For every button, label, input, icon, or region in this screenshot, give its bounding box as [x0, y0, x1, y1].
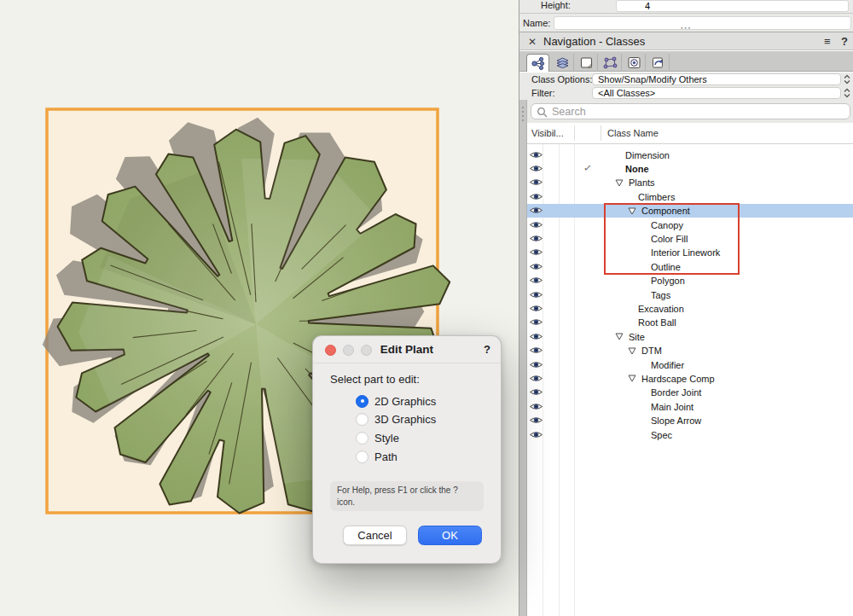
height-field[interactable] [616, 0, 849, 12]
tab-sheet-layers[interactable] [575, 54, 598, 72]
drawing-canvas[interactable]: Edit Plant ? Select part to edit: 2D Gra… [0, 0, 519, 616]
class-row-spec[interactable]: Spec [527, 427, 853, 441]
references-icon [651, 55, 665, 70]
visibility-eye-icon[interactable] [529, 220, 543, 230]
visibility-eye-icon[interactable] [529, 206, 543, 215]
palette-menu-icon[interactable]: ≡ [824, 35, 831, 48]
visibility-eye-icon[interactable] [529, 416, 543, 425]
disclosure-triangle-icon[interactable] [628, 347, 636, 355]
class-name-label: Border Joint [651, 387, 701, 398]
column-divider[interactable] [601, 125, 601, 141]
class-row-color-fill[interactable]: Color Fill [527, 231, 853, 245]
cancel-button[interactable]: Cancel [343, 526, 407, 545]
filter-label: Filter: [531, 88, 555, 98]
application-window: Edit Plant ? Select part to edit: 2D Gra… [0, 0, 853, 616]
visibility-eye-icon[interactable] [529, 164, 543, 173]
visibility-eye-icon[interactable] [529, 290, 543, 299]
visibility-eye-icon[interactable] [529, 304, 543, 313]
class-row-hardscape-comp[interactable]: Hardscape Comp [527, 371, 853, 385]
radio-unselected-icon[interactable] [356, 413, 368, 426]
class-row-dtm[interactable]: DTM [527, 344, 853, 357]
column-visibility[interactable]: Visibil... [531, 128, 564, 138]
radio-option-2d-graphics[interactable]: 2D Graphics [356, 394, 436, 408]
class-row-none[interactable]: ✓None [527, 161, 853, 175]
visibility-eye-icon[interactable] [529, 234, 543, 243]
visibility-eye-icon[interactable] [529, 346, 543, 355]
class-name-label: Component [641, 206, 690, 216]
visibility-eye-icon[interactable] [529, 374, 543, 383]
visibility-eye-icon[interactable] [529, 192, 543, 201]
tab-references[interactable] [647, 54, 670, 72]
visibility-eye-icon[interactable] [529, 402, 543, 411]
radio-option-3d-graphics[interactable]: 3D Graphics [356, 413, 436, 427]
class-row-root-ball[interactable]: Root Ball [527, 316, 853, 329]
column-header-row[interactable]: Visibil... Class Name [519, 123, 853, 144]
class-row-outline[interactable]: Outline [527, 259, 853, 273]
visibility-eye-icon[interactable] [529, 430, 543, 439]
visibility-eye-icon[interactable] [529, 262, 543, 271]
ok-button[interactable]: OK [418, 526, 482, 545]
class-row-border-joint[interactable]: Border Joint [527, 386, 853, 399]
radio-selected-icon[interactable] [356, 395, 368, 408]
palette-resize-strip[interactable] [519, 100, 527, 616]
object-info-height-row: Height: [519, 0, 853, 13]
class-row-tags[interactable]: Tags [527, 288, 853, 301]
visibility-eye-icon[interactable] [529, 387, 543, 397]
class-options-stepper-icon[interactable] [844, 74, 850, 84]
disclosure-triangle-icon[interactable] [628, 375, 636, 382]
class-row-climbers[interactable]: Climbers [527, 189, 853, 203]
radio-option-style[interactable]: Style [356, 432, 399, 445]
class-row-site[interactable]: Site [527, 329, 853, 343]
palette-splitter-handle[interactable]: ⋯ [519, 24, 853, 32]
radio-unselected-icon[interactable] [356, 432, 368, 445]
class-row-slope-arrow[interactable]: Slope Arrow [527, 414, 853, 427]
radio-option-path[interactable]: Path [356, 450, 397, 464]
class-row-modifier[interactable]: Modifier [527, 357, 853, 371]
class-name-label: Outline [651, 262, 681, 272]
dialog-help-button[interactable]: ? [484, 343, 490, 356]
visibility-eye-icon[interactable] [529, 332, 543, 341]
class-row-interior-linework[interactable]: Interior Linework [527, 246, 853, 259]
visibility-eye-icon[interactable] [529, 317, 543, 327]
tab-design-layers[interactable] [551, 54, 574, 72]
right-panel: Height: Name: ⋯ ✕ Navigation - Classes ≡… [519, 0, 853, 616]
tab-viewports[interactable] [599, 54, 622, 72]
class-row-dimension[interactable]: Dimension [527, 148, 853, 161]
saved-views-eye-icon [627, 55, 641, 70]
palette-tab-bar [519, 51, 853, 72]
class-row-plants[interactable]: Plants [527, 176, 853, 189]
class-row-polygon[interactable]: Polygon [527, 274, 853, 288]
class-name-label: Polygon [651, 276, 685, 286]
search-icon [537, 107, 548, 118]
radio-unselected-icon[interactable] [356, 450, 368, 463]
column-class-name[interactable]: Class Name [607, 128, 659, 138]
column-divider[interactable] [574, 125, 575, 141]
class-row-main-joint[interactable]: Main Joint [527, 399, 853, 413]
disclosure-triangle-icon[interactable] [615, 333, 624, 340]
disclosure-triangle-icon[interactable] [615, 179, 624, 187]
tab-saved-views[interactable] [623, 54, 646, 72]
disclosure-triangle-icon[interactable] [628, 207, 636, 215]
filter-stepper-icon[interactable] [844, 88, 850, 98]
class-list: Dimension ✓None Plants Climbers Componen… [519, 144, 853, 616]
visibility-eye-icon[interactable] [529, 150, 543, 160]
visibility-eye-icon[interactable] [529, 360, 543, 369]
tab-classes[interactable] [526, 54, 549, 72]
search-input[interactable] [552, 105, 846, 118]
class-options-row: Class Options: Show/Snap/Modify Others [519, 73, 853, 86]
class-row-component[interactable]: Component [527, 204, 853, 218]
palette-close-icon[interactable]: ✕ [528, 36, 537, 48]
palette-help-icon[interactable]: ? [841, 35, 848, 48]
visibility-eye-icon[interactable] [529, 276, 543, 285]
visibility-eye-icon[interactable] [529, 247, 543, 257]
class-options-label: Class Options: [531, 74, 593, 84]
class-row-canopy[interactable]: Canopy [527, 218, 853, 231]
visibility-eye-icon[interactable] [529, 177, 543, 187]
class-name-label: Root Ball [638, 317, 676, 328]
class-options-dropdown[interactable]: Show/Snap/Modify Others [592, 73, 841, 85]
filter-dropdown[interactable]: <All Classes> [592, 87, 841, 99]
radio-option-label: 2D Graphics [374, 395, 436, 408]
class-name-label: Main Joint [651, 402, 693, 412]
class-row-excavation[interactable]: Excavation [527, 301, 853, 315]
search-box[interactable] [531, 103, 850, 119]
